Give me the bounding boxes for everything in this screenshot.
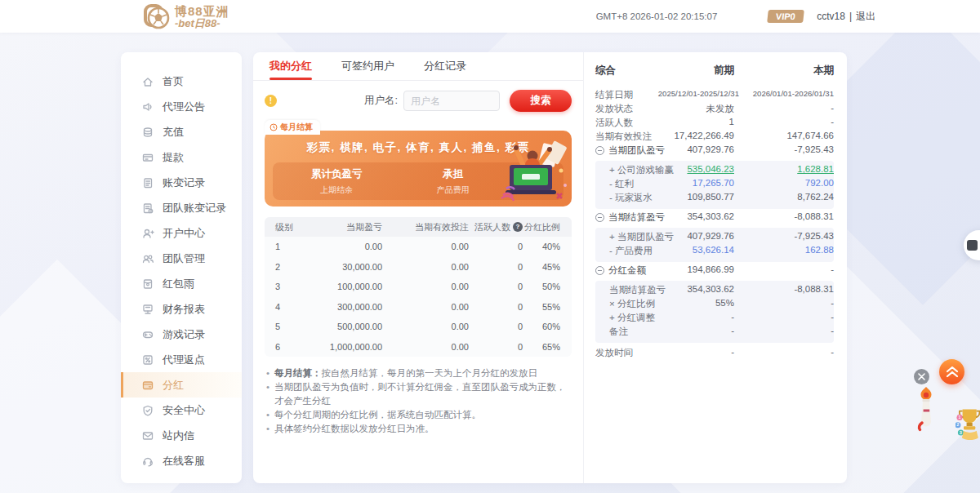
logout-link[interactable]: 退出 <box>856 10 875 24</box>
banner-col2-title: 承担 <box>401 167 506 181</box>
sidebar-item-withdraw[interactable]: 提款 <box>121 144 242 170</box>
summary-row-dividend-ratio: × 分红比例 55% - <box>595 298 834 312</box>
vip-badge: VIP0 <box>767 10 804 23</box>
site-logo[interactable]: 博88亚洲 -bet日88- <box>142 2 229 32</box>
main-content-card: 我的分红 可签约用户 分红记录 ! 用户名: 搜索 每月结算 彩票, 棋牌, 电… <box>253 52 847 483</box>
sidebar-item-label: 代理返点 <box>163 353 205 367</box>
shield-icon <box>141 404 154 417</box>
headset-icon <box>141 455 154 468</box>
tab-dividend-records[interactable]: 分红记录 <box>424 52 466 80</box>
summary-sub-box: + 当期团队盈亏 407,929.76 -7,925.43 - 产品费用 53,… <box>595 228 834 262</box>
sidebar-item-security-center[interactable]: 安全中心 <box>121 398 242 423</box>
sidebar-item-account-center[interactable]: 开户中心 <box>121 220 242 246</box>
summary-row-dividend-adjust: + 分红调整 - - <box>595 312 834 326</box>
trophy-decoration: 1 2 3 <box>956 400 980 449</box>
sidebar-item-label: 团队管理 <box>163 251 205 266</box>
banner-col1-sub: 上期结余 <box>273 184 401 196</box>
sidebar-item-label: 站内信 <box>163 429 194 443</box>
banner-tag: 每月结算 <box>265 120 320 135</box>
sidebar-item-agent-rebate[interactable]: 代理返点 <box>121 347 242 372</box>
dividend-level-table: 级别 当期盈亏 当期有效投注 活跃人数 ? 分红比例 10.000.00040%… <box>265 217 572 357</box>
table-row: 4300,000.000.00055% <box>265 297 572 318</box>
summary-row-payout-time: 发放时间 - - <box>595 347 834 361</box>
team-icon <box>141 252 154 265</box>
note-item: •每月结算：按自然月结算，每月的第一天为上个月分红的发放日 <box>266 366 570 380</box>
banner-col2-sub: 产品费用 <box>401 184 506 196</box>
sidebar-item-team-transaction-records[interactable]: 团队账变记录 <box>121 195 242 220</box>
gamepad-icon <box>141 328 154 341</box>
svg-text:1: 1 <box>959 415 961 420</box>
dividend-icon <box>141 379 154 392</box>
sidebar-item-online-service[interactable]: 在线客服 <box>121 448 242 473</box>
note-item: •每个分红周期的分红比例，据系统自动匹配计算。 <box>266 408 570 422</box>
note-item: •具体签约分红数据以发放分红日为准。 <box>266 422 570 436</box>
sidebar-item-inbox[interactable]: 站内信 <box>121 423 242 448</box>
summary-panel: 综合 前期 本期 结算日期 2025/12/01-2025/12/31 2026… <box>583 52 847 483</box>
summary-row-valid-bets: 当期有效投注 17,422,266.49 147,674.66 <box>595 131 834 144</box>
team-records-icon <box>141 202 154 215</box>
sidebar-item-label: 分红 <box>163 378 184 393</box>
report-icon <box>141 303 154 316</box>
tab-my-dividend[interactable]: 我的分红 <box>270 52 312 80</box>
warning-icon[interactable]: ! <box>265 95 277 107</box>
account-icon <box>141 227 154 240</box>
sidebar: 首页 代理公告 充值 提款 账变记录 团队账变记录 开户中心 团队管理 红包雨 … <box>121 52 242 483</box>
back-to-top-button[interactable] <box>939 359 964 384</box>
summary-row-payout-status: 发放状态 未发放 - <box>595 103 834 117</box>
help-icon[interactable]: ? <box>513 222 523 232</box>
col-valid-bets: 当期有效投注 <box>382 221 469 233</box>
side-float-widget[interactable] <box>964 230 980 260</box>
company-win-cur-link[interactable]: 1,628.81 <box>797 164 834 174</box>
sidebar-item-team-management[interactable]: 团队管理 <box>121 246 242 271</box>
svg-text:2: 2 <box>956 423 959 428</box>
sidebar-item-game-records[interactable]: 游戏记录 <box>121 322 242 347</box>
tab-bar: 我的分红 可签约用户 分红记录 <box>253 52 583 81</box>
sidebar-item-label: 代理公告 <box>163 100 205 114</box>
sidebar-item-agent-announcement[interactable]: 代理公告 <box>121 94 242 119</box>
sidebar-item-red-packet-rain[interactable]: 红包雨 <box>121 271 242 296</box>
table-header-row: 级别 当期盈亏 当期有效投注 活跃人数 ? 分红比例 <box>265 217 572 237</box>
summary-sub-box: 当期结算盈亏 354,303.62 -8,088.31 × 分红比例 55% -… <box>595 281 834 343</box>
sidebar-item-label: 团队账变记录 <box>163 201 226 215</box>
notes-list: •每月结算：按自然月结算，每月的第一天为上个月分红的发放日 •当期团队盈亏为负值… <box>266 366 570 436</box>
sidebar-item-transaction-records[interactable]: 账变记录 <box>121 170 242 195</box>
svg-text:3: 3 <box>960 430 962 435</box>
home-icon <box>141 75 154 88</box>
note-item: •当期团队盈亏为负值时，则不计算分红佣金，直至团队盈亏成为正数，才会产生分红 <box>266 380 570 408</box>
summary-group-settle-pl: 当期结算盈亏 354,303.62 -8,088.31 <box>595 211 834 225</box>
summary-row-player-rebate: - 玩家返水 109,850.77 8,762.24 <box>595 192 834 206</box>
table-row: 5500,000.000.00060% <box>265 317 572 337</box>
search-button[interactable]: 搜索 <box>510 90 572 112</box>
company-win-prev-link[interactable]: 535,046.23 <box>687 164 734 174</box>
summary-row-settle-date: 结算日期 2025/12/01-2025/12/31 2026/01/01-20… <box>595 89 834 103</box>
sidebar-item-label: 开户中心 <box>163 226 205 241</box>
torch-mascot-decoration <box>915 385 938 436</box>
sidebar-item-deposit[interactable]: 充值 <box>121 119 242 144</box>
sidebar-item-finance-report[interactable]: 财务报表 <box>121 296 242 322</box>
table-row: 230,000.000.00045% <box>265 257 572 278</box>
tab-signable-users[interactable]: 可签约用户 <box>341 52 394 80</box>
sidebar-item-label: 在线客服 <box>163 454 205 469</box>
username-input[interactable] <box>403 91 500 111</box>
divider: | <box>849 11 852 22</box>
collapse-icon[interactable] <box>595 213 604 222</box>
collapse-icon[interactable] <box>595 266 604 275</box>
deposit-icon <box>141 126 154 139</box>
double-chevron-up-icon <box>946 366 959 378</box>
widget-icon <box>967 240 978 251</box>
announcement-icon <box>141 100 154 113</box>
collapse-icon[interactable] <box>595 146 604 155</box>
banner-illustration <box>498 138 570 205</box>
summary-row-team-pl2: + 当期团队盈亏 407,929.76 -7,925.43 <box>595 231 834 245</box>
sidebar-item-home[interactable]: 首页 <box>121 69 242 94</box>
summary-header: 综合 前期 本期 <box>595 64 834 78</box>
search-row: ! 用户名: 搜索 <box>253 81 583 117</box>
logo-text: 博88亚洲 -bet日88- <box>175 5 229 29</box>
sidebar-item-dividend[interactable]: 分红 <box>121 372 242 398</box>
sidebar-item-label: 财务报表 <box>163 302 205 317</box>
sidebar-item-label: 安全中心 <box>163 403 205 418</box>
col-period-pl: 当期盈亏 <box>302 221 382 233</box>
close-promo-button[interactable] <box>914 369 929 384</box>
server-time: GMT+8 2026-01-02 20:15:07 <box>596 11 718 21</box>
close-icon <box>918 373 925 380</box>
